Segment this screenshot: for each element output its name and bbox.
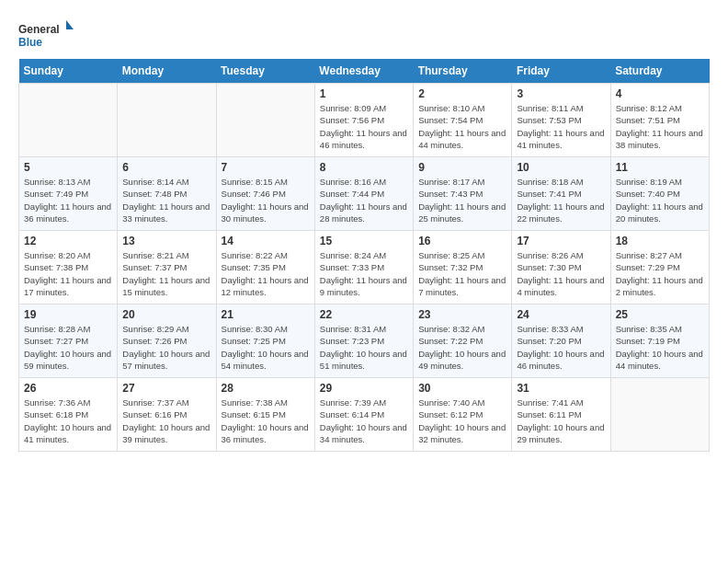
- day-info: Sunrise: 8:16 AM Sunset: 7:44 PM Dayligh…: [320, 176, 408, 224]
- calendar-cell: 1Sunrise: 8:09 AM Sunset: 7:56 PM Daylig…: [314, 84, 413, 157]
- calendar-cell: 30Sunrise: 7:40 AM Sunset: 6:12 PM Dayli…: [414, 378, 512, 452]
- day-info: Sunrise: 8:29 AM Sunset: 7:26 PM Dayligh…: [122, 323, 210, 372]
- day-number: 23: [418, 308, 506, 321]
- calendar-cell: 4Sunrise: 8:12 AM Sunset: 7:51 PM Daylig…: [610, 84, 709, 157]
- calendar-cell: 14Sunrise: 8:22 AM Sunset: 7:35 PM Dayli…: [216, 231, 314, 304]
- calendar-cell: 26Sunrise: 7:36 AM Sunset: 6:18 PM Dayli…: [19, 378, 118, 452]
- day-of-week-header: Tuesday: [216, 59, 314, 84]
- calendar-week-row: 12Sunrise: 8:20 AM Sunset: 7:38 PM Dayli…: [19, 231, 710, 304]
- day-of-week-header: Friday: [512, 59, 610, 84]
- day-info: Sunrise: 7:39 AM Sunset: 6:14 PM Dayligh…: [320, 396, 408, 445]
- day-of-week-header: Wednesday: [314, 59, 413, 84]
- day-number: 4: [616, 87, 704, 100]
- calendar-cell: 2Sunrise: 8:10 AM Sunset: 7:54 PM Daylig…: [414, 84, 512, 157]
- day-info: Sunrise: 8:20 AM Sunset: 7:38 PM Dayligh…: [24, 249, 112, 298]
- day-number: 9: [418, 161, 506, 174]
- day-number: 16: [418, 235, 506, 247]
- day-number: 15: [320, 235, 408, 247]
- day-number: 1: [320, 87, 408, 100]
- day-info: Sunrise: 8:10 AM Sunset: 7:54 PM Dayligh…: [418, 102, 506, 151]
- calendar-cell: 5Sunrise: 8:13 AM Sunset: 7:49 PM Daylig…: [19, 157, 118, 231]
- day-info: Sunrise: 8:25 AM Sunset: 7:32 PM Dayligh…: [418, 249, 506, 298]
- day-number: 19: [24, 308, 112, 321]
- day-info: Sunrise: 8:09 AM Sunset: 7:56 PM Dayligh…: [320, 102, 408, 151]
- calendar-cell: 28Sunrise: 7:38 AM Sunset: 6:15 PM Dayli…: [216, 378, 314, 452]
- logo-svg: General Blue: [18, 18, 74, 55]
- day-info: Sunrise: 8:32 AM Sunset: 7:22 PM Dayligh…: [418, 323, 506, 372]
- calendar-cell: 18Sunrise: 8:27 AM Sunset: 7:29 PM Dayli…: [610, 231, 709, 304]
- day-info: Sunrise: 8:24 AM Sunset: 7:33 PM Dayligh…: [320, 249, 408, 298]
- calendar-cell: 10Sunrise: 8:18 AM Sunset: 7:41 PM Dayli…: [512, 157, 610, 231]
- calendar-cell: 7Sunrise: 8:15 AM Sunset: 7:46 PM Daylig…: [216, 157, 314, 231]
- day-number: 6: [122, 161, 210, 174]
- calendar-cell: 15Sunrise: 8:24 AM Sunset: 7:33 PM Dayli…: [314, 231, 413, 304]
- calendar-cell: 13Sunrise: 8:21 AM Sunset: 7:37 PM Dayli…: [118, 231, 216, 304]
- calendar-cell: 22Sunrise: 8:31 AM Sunset: 7:23 PM Dayli…: [314, 304, 413, 378]
- day-number: 14: [222, 235, 310, 247]
- day-info: Sunrise: 8:14 AM Sunset: 7:48 PM Dayligh…: [122, 176, 210, 224]
- day-number: 8: [320, 161, 408, 174]
- day-number: 28: [222, 382, 310, 395]
- day-number: 21: [222, 308, 310, 321]
- calendar-cell: [610, 378, 709, 452]
- day-number: 12: [24, 235, 112, 247]
- day-info: Sunrise: 7:38 AM Sunset: 6:15 PM Dayligh…: [222, 396, 310, 445]
- day-number: 11: [616, 161, 704, 174]
- calendar-cell: 29Sunrise: 7:39 AM Sunset: 6:14 PM Dayli…: [314, 378, 413, 452]
- day-info: Sunrise: 8:33 AM Sunset: 7:20 PM Dayligh…: [517, 323, 605, 372]
- day-info: Sunrise: 8:28 AM Sunset: 7:27 PM Dayligh…: [24, 323, 112, 372]
- calendar-cell: 6Sunrise: 8:14 AM Sunset: 7:48 PM Daylig…: [118, 157, 216, 231]
- day-info: Sunrise: 8:17 AM Sunset: 7:43 PM Dayligh…: [418, 176, 506, 224]
- calendar-cell: 21Sunrise: 8:30 AM Sunset: 7:25 PM Dayli…: [216, 304, 314, 378]
- calendar-week-row: 19Sunrise: 8:28 AM Sunset: 7:27 PM Dayli…: [19, 304, 710, 378]
- day-number: 5: [24, 161, 112, 174]
- day-info: Sunrise: 8:11 AM Sunset: 7:53 PM Dayligh…: [517, 102, 605, 151]
- calendar-cell: 16Sunrise: 8:25 AM Sunset: 7:32 PM Dayli…: [414, 231, 512, 304]
- svg-marker-2: [66, 20, 74, 29]
- day-number: 18: [616, 235, 704, 247]
- calendar-cell: 23Sunrise: 8:32 AM Sunset: 7:22 PM Dayli…: [414, 304, 512, 378]
- day-info: Sunrise: 8:19 AM Sunset: 7:40 PM Dayligh…: [616, 176, 704, 224]
- calendar-cell: 24Sunrise: 8:33 AM Sunset: 7:20 PM Dayli…: [512, 304, 610, 378]
- day-info: Sunrise: 8:21 AM Sunset: 7:37 PM Dayligh…: [122, 249, 210, 298]
- day-of-week-header: Saturday: [610, 59, 709, 84]
- day-number: 31: [517, 382, 605, 395]
- day-info: Sunrise: 8:22 AM Sunset: 7:35 PM Dayligh…: [222, 249, 310, 298]
- calendar-table: SundayMondayTuesdayWednesdayThursdayFrid…: [18, 59, 710, 452]
- calendar-cell: 19Sunrise: 8:28 AM Sunset: 7:27 PM Dayli…: [19, 304, 118, 378]
- day-info: Sunrise: 7:37 AM Sunset: 6:16 PM Dayligh…: [122, 396, 210, 445]
- day-number: 22: [320, 308, 408, 321]
- page-header: General Blue: [18, 18, 710, 55]
- day-number: 10: [517, 161, 605, 174]
- calendar-cell: [118, 84, 216, 157]
- day-number: 26: [24, 382, 112, 395]
- calendar-cell: 17Sunrise: 8:26 AM Sunset: 7:30 PM Dayli…: [512, 231, 610, 304]
- calendar-cell: 11Sunrise: 8:19 AM Sunset: 7:40 PM Dayli…: [610, 157, 709, 231]
- logo: General Blue: [18, 18, 74, 55]
- calendar-cell: [19, 84, 118, 157]
- day-info: Sunrise: 8:27 AM Sunset: 7:29 PM Dayligh…: [616, 249, 704, 298]
- day-number: 27: [122, 382, 210, 395]
- calendar-cell: 8Sunrise: 8:16 AM Sunset: 7:44 PM Daylig…: [314, 157, 413, 231]
- calendar-week-row: 5Sunrise: 8:13 AM Sunset: 7:49 PM Daylig…: [19, 157, 710, 231]
- day-number: 24: [517, 308, 605, 321]
- calendar-cell: 25Sunrise: 8:35 AM Sunset: 7:19 PM Dayli…: [610, 304, 709, 378]
- day-info: Sunrise: 8:15 AM Sunset: 7:46 PM Dayligh…: [222, 176, 310, 224]
- calendar-cell: 12Sunrise: 8:20 AM Sunset: 7:38 PM Dayli…: [19, 231, 118, 304]
- calendar-cell: 27Sunrise: 7:37 AM Sunset: 6:16 PM Dayli…: [118, 378, 216, 452]
- day-of-week-header: Monday: [118, 59, 216, 84]
- day-of-week-header: Thursday: [414, 59, 512, 84]
- calendar-cell: [216, 84, 314, 157]
- day-info: Sunrise: 7:41 AM Sunset: 6:11 PM Dayligh…: [517, 396, 605, 445]
- day-info: Sunrise: 8:35 AM Sunset: 7:19 PM Dayligh…: [616, 323, 704, 372]
- day-info: Sunrise: 8:31 AM Sunset: 7:23 PM Dayligh…: [320, 323, 408, 372]
- day-info: Sunrise: 8:26 AM Sunset: 7:30 PM Dayligh…: [517, 249, 605, 298]
- day-info: Sunrise: 7:36 AM Sunset: 6:18 PM Dayligh…: [24, 396, 112, 445]
- calendar-cell: 9Sunrise: 8:17 AM Sunset: 7:43 PM Daylig…: [414, 157, 512, 231]
- day-number: 7: [222, 161, 310, 174]
- day-number: 25: [616, 308, 704, 321]
- day-number: 2: [418, 87, 506, 100]
- calendar-header-row: SundayMondayTuesdayWednesdayThursdayFrid…: [19, 59, 710, 84]
- day-number: 30: [418, 382, 506, 395]
- day-of-week-header: Sunday: [19, 59, 118, 84]
